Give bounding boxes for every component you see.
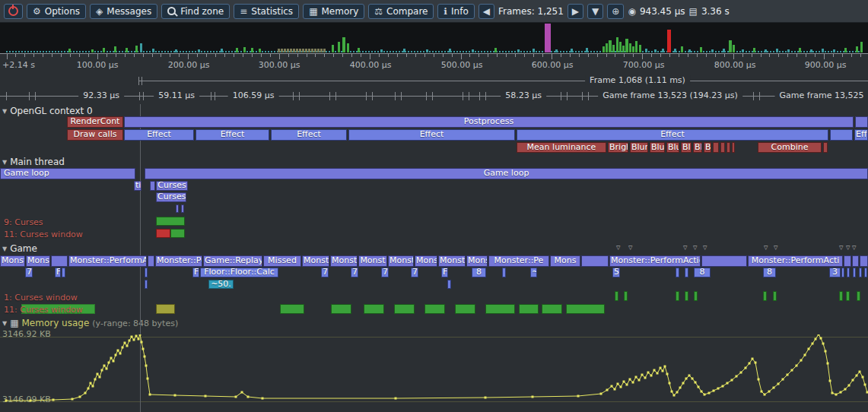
zone[interactable] — [676, 291, 679, 301]
zone-game-loop[interactable]: Game loop — [145, 168, 868, 179]
zone-8[interactable]: 8 — [763, 268, 776, 277]
zone[interactable] — [145, 268, 148, 277]
zone-curses[interactable]: Curses — [156, 181, 188, 191]
zone[interactable] — [694, 291, 698, 301]
zone-mons[interactable]: Mons — [466, 255, 488, 267]
zone-brigh[interactable]: Brigh — [608, 142, 628, 153]
zone[interactable] — [864, 268, 867, 277]
zone[interactable] — [156, 304, 175, 314]
zone[interactable] — [156, 229, 170, 238]
zone-ti[interactable]: ti — [134, 181, 141, 191]
zone-8[interactable]: 8 — [472, 268, 486, 277]
zone[interactable] — [447, 280, 451, 289]
zone[interactable] — [841, 268, 844, 277]
zone-monste[interactable]: Monste — [26, 255, 50, 267]
zone[interactable] — [823, 142, 828, 153]
zone[interactable] — [62, 268, 65, 277]
zone[interactable] — [839, 291, 843, 301]
section-opengl-header[interactable]: ▼ OpenGL context 0 — [2, 106, 93, 116]
zone[interactable] — [727, 142, 730, 153]
zone-curses[interactable]: Curses — [156, 192, 186, 202]
zone-floor-floor-calc[interactable]: Floor::Floor::Calc — [200, 268, 278, 277]
zone[interactable] — [685, 268, 688, 277]
zone[interactable] — [857, 291, 860, 301]
zone-8[interactable]: 8 — [694, 268, 711, 277]
zone-effect[interactable]: Effect — [271, 129, 347, 141]
zone-draw-calls[interactable]: Draw calls — [67, 129, 123, 141]
zone-monst[interactable]: Monst — [302, 255, 329, 267]
zone[interactable] — [713, 142, 719, 153]
zone-effect[interactable]: Effect — [124, 129, 194, 141]
zone[interactable] — [145, 280, 148, 289]
zone[interactable] — [156, 217, 185, 226]
zone[interactable] — [720, 142, 725, 153]
zone[interactable] — [181, 204, 184, 213]
zone-monst[interactable]: Monst — [388, 255, 414, 267]
zone[interactable] — [485, 304, 515, 314]
zone-monste[interactable]: Monste — [0, 255, 25, 267]
zone-blur[interactable]: Blur — [693, 142, 702, 153]
zone-mons[interactable]: Mons — [550, 255, 580, 267]
zone-mean-luminance[interactable]: Mean luminance — [517, 142, 606, 153]
zone-effect[interactable]: Effect — [196, 129, 269, 141]
zone[interactable] — [624, 291, 628, 301]
message-marker-icon[interactable]: ▽ — [839, 245, 843, 251]
zone[interactable] — [859, 268, 862, 277]
message-marker-icon[interactable]: ▽ — [683, 245, 687, 251]
zone-f[interactable]: F — [55, 268, 61, 277]
message-marker-icon[interactable]: ▽ — [764, 245, 768, 251]
zone-blur[interactable]: Blur — [666, 142, 679, 153]
zone-blur[interactable]: Blur — [650, 142, 665, 153]
zone-monste[interactable]: Monste — [438, 255, 466, 267]
zone-7[interactable]: 7 — [25, 268, 33, 277]
zone-blur[interactable]: Blur — [704, 142, 711, 153]
message-marker-icon[interactable]: ▽ — [628, 245, 632, 251]
zone-game-replay[interactable]: Game::Replay — [203, 255, 262, 267]
zone[interactable] — [732, 142, 735, 153]
zone-monster-performacti[interactable]: Monster::PerformActi — [748, 255, 843, 267]
lock-label[interactable]: 9: Curses — [4, 217, 43, 227]
zone[interactable] — [331, 304, 351, 314]
section-memory-header[interactable]: ▼ ▦ Memory usage (y-range: 848 bytes) — [2, 318, 178, 328]
zone-7[interactable]: 7 — [321, 268, 329, 277]
zone-7[interactable]: 7 — [351, 268, 358, 277]
zone[interactable] — [852, 255, 859, 267]
zone-7[interactable]: 7 — [411, 268, 418, 277]
zone-monst[interactable]: Monst — [415, 255, 437, 267]
message-marker-icon[interactable]: ▽ — [703, 245, 707, 251]
zone-[interactable]: ~ — [530, 268, 537, 277]
zone-monst[interactable]: Monst — [330, 255, 358, 267]
message-marker-icon[interactable]: ▽ — [852, 245, 856, 251]
zone-effect[interactable]: Effect — [517, 129, 828, 141]
zone[interactable] — [615, 291, 618, 301]
lock-label[interactable]: 1: Curses window — [4, 293, 78, 303]
zone[interactable] — [280, 304, 304, 314]
zone[interactable] — [685, 291, 688, 301]
zone[interactable] — [844, 255, 851, 267]
zone[interactable] — [150, 181, 155, 191]
lock-label[interactable]: 11: Curses window — [4, 230, 83, 239]
message-marker-icon[interactable]: ▽ — [774, 245, 777, 251]
zone-5[interactable]: 5 — [612, 268, 620, 277]
zone-f[interactable]: F — [441, 268, 448, 277]
zone[interactable] — [846, 291, 850, 301]
lock-label[interactable]: 11: Curses window — [4, 305, 83, 315]
zone-monster-pe[interactable]: Monster::Pe — [488, 255, 549, 267]
zone-blur[interactable]: Blur — [681, 142, 692, 153]
zone[interactable] — [542, 304, 562, 314]
zone[interactable] — [455, 304, 475, 314]
zone[interactable] — [519, 304, 539, 314]
zone-rendercont[interactable]: RenderCont — [67, 116, 123, 128]
zone-missed[interactable]: Missed — [263, 255, 301, 267]
zone-combine[interactable]: Combine — [758, 142, 822, 153]
zone[interactable] — [847, 268, 850, 277]
zone[interactable] — [860, 255, 868, 267]
zone[interactable] — [855, 116, 868, 128]
zone[interactable] — [566, 304, 605, 314]
section-main-thread-header[interactable]: ▼ Main thread — [2, 157, 65, 167]
zone[interactable] — [176, 204, 179, 213]
message-marker-icon[interactable]: ▽ — [616, 245, 620, 251]
zone[interactable] — [51, 255, 68, 267]
zone-7[interactable]: 7 — [381, 268, 389, 277]
zone-monster-performaction[interactable]: Monster::PerformAction — [609, 255, 701, 267]
